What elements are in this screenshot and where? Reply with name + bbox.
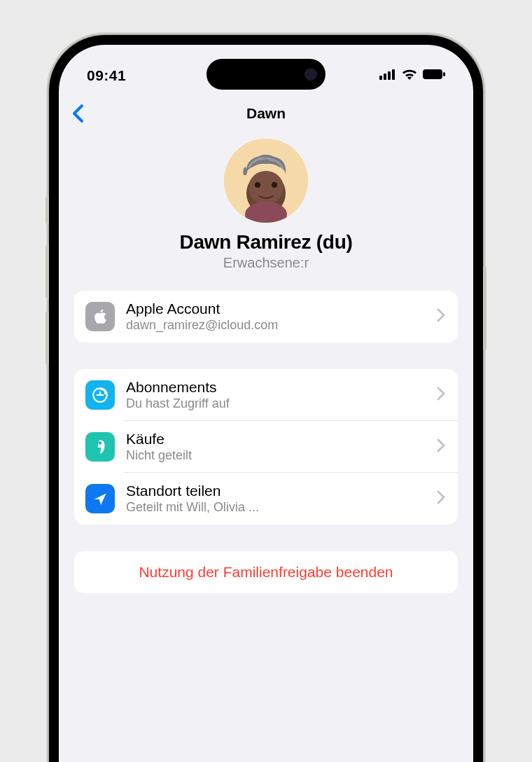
svg-rect-3 (392, 69, 395, 80)
status-time: 09:41 (87, 67, 126, 84)
svg-point-8 (248, 171, 284, 205)
subscriptions-icon (85, 380, 115, 410)
chevron-right-icon (437, 490, 445, 507)
stop-family-sharing-button[interactable]: Nutzung der Familienfreigabe beenden (74, 551, 458, 593)
row-subtitle: dawn_ramirez@icloud.com (126, 318, 431, 333)
nav-bar: Dawn (59, 94, 473, 133)
row-title: Apple Account (126, 300, 431, 317)
apple-account-row[interactable]: Apple Account dawn_ramirez@icloud.com (74, 291, 458, 342)
svg-point-9 (255, 182, 260, 188)
row-title: Käufe (126, 430, 431, 448)
location-icon (85, 484, 115, 513)
purchases-row[interactable]: Käufe Nicht geteilt (74, 421, 458, 473)
row-subtitle: Nicht geteilt (126, 448, 431, 464)
subscriptions-row[interactable]: Abonnements Du hast Zugriff auf (74, 369, 458, 421)
svg-point-10 (272, 182, 277, 188)
cellular-icon (379, 69, 396, 83)
svg-rect-4 (423, 69, 442, 79)
chevron-right-icon (437, 387, 445, 403)
wifi-icon (402, 69, 417, 83)
battery-icon (423, 69, 445, 83)
svg-point-14 (99, 441, 102, 445)
page-title: Dawn (246, 105, 286, 122)
profile-role: Erwachsene:r (223, 255, 309, 271)
profile-section: Dawn Ramirez (du) Erwachsene:r (59, 133, 473, 291)
profile-name: Dawn Ramirez (du) (180, 231, 353, 254)
apple-icon (85, 302, 115, 331)
row-subtitle: Geteilt mit Will, Olivia ... (126, 500, 431, 515)
svg-rect-0 (379, 76, 382, 80)
sharing-group: Abonnements Du hast Zugriff auf Käufe Ni… (74, 369, 458, 525)
svg-rect-1 (384, 74, 386, 80)
svg-rect-5 (443, 72, 445, 76)
purchases-icon (85, 432, 115, 462)
row-title: Abonnements (126, 378, 431, 396)
chevron-right-icon (437, 308, 445, 325)
avatar (224, 139, 308, 223)
phone-frame: 09:41 Dawn (49, 35, 483, 762)
svg-rect-2 (388, 71, 391, 80)
location-row[interactable]: Standort teilen Geteilt mit Will, Olivia… (74, 473, 458, 525)
chevron-right-icon (437, 438, 445, 455)
phone-screen: 09:41 Dawn (59, 45, 473, 762)
notch (206, 59, 326, 90)
row-title: Standort teilen (126, 482, 431, 499)
back-button[interactable] (71, 104, 84, 123)
account-group: Apple Account dawn_ramirez@icloud.com (74, 291, 458, 342)
row-subtitle: Du hast Zugriff auf (126, 396, 431, 412)
